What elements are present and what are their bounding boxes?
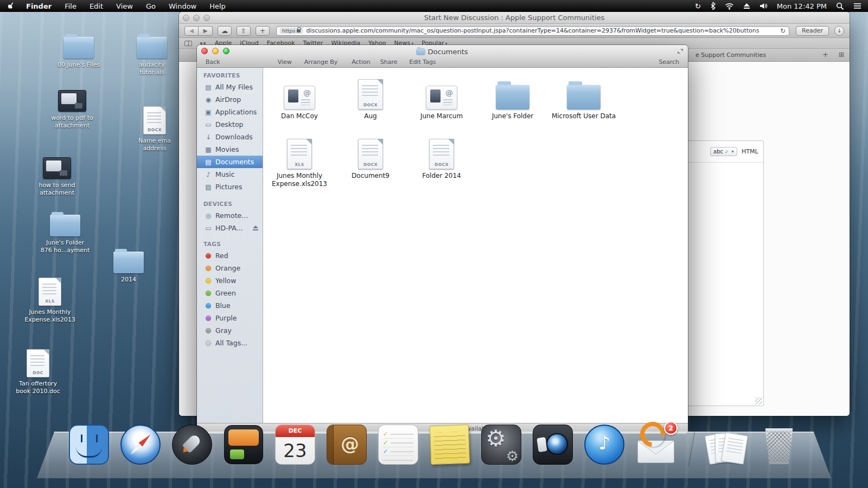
menu-go[interactable]: Go (146, 2, 156, 10)
tab-overview-icon[interactable]: ⊞ (839, 51, 844, 59)
new-tab-button[interactable]: + (256, 26, 270, 36)
desktop-icon-junes-folder-876[interactable]: June's Folder876 ho...ayment (39, 208, 91, 254)
reader-button[interactable]: Reader (796, 26, 829, 36)
file-junes-monthly-expense[interactable]: XLS Junes MonthlyExpense.xls2013 (267, 136, 332, 188)
finder-titlebar[interactable]: Documents Back View Arrange By Action Sh… (197, 45, 688, 68)
sidebar-item-hd-pa[interactable]: ▭HD-PA... (197, 222, 263, 234)
menu-help[interactable]: Help (209, 2, 226, 10)
sidebar-tag-blue[interactable]: Blue (197, 299, 263, 312)
menu-clock[interactable]: Mon 12:42 PM (777, 2, 827, 10)
file-document9[interactable]: DOCX Document9 (338, 136, 403, 180)
edit-tags-button[interactable]: Edit Tags (409, 59, 436, 66)
sidebar-item-movies[interactable]: ▦Movies (197, 143, 263, 156)
sidebar-item-applications[interactable]: ▣Applications (197, 106, 263, 118)
dock-system-preferences-icon[interactable]: ⚙⚙ (480, 423, 523, 466)
finder-window[interactable]: Documents Back View Arrange By Action Sh… (197, 45, 688, 434)
desktop-icon-00-junes-files[interactable]: 00 June's Files (53, 30, 105, 69)
sidebar-tag-orange[interactable]: Orange (197, 262, 263, 274)
dock-safari-icon[interactable] (119, 423, 162, 466)
spotlight-search-icon[interactable] (836, 2, 844, 10)
file-aug[interactable]: DOCX Aug (338, 76, 403, 120)
desktop-icon-junes-monthly-expense[interactable]: XLS Junes MonthlyExpense.xls2013 (24, 278, 76, 324)
icloud-tabs-button[interactable]: ☁ (218, 26, 232, 36)
dock-trash-icon[interactable] (757, 423, 801, 466)
volume-icon[interactable] (760, 3, 768, 9)
address-bar[interactable]: https discussions.apple.com/community/ma… (276, 26, 789, 36)
dock-mail-icon[interactable]: 2 (634, 423, 678, 466)
apple-menu-icon[interactable] (8, 2, 15, 10)
dock-finder-icon[interactable] (67, 423, 111, 466)
dock-stickies-icon[interactable] (428, 423, 471, 466)
sidebar-item-pictures[interactable]: ▨Pictures (197, 181, 263, 193)
dock-itunes-icon[interactable]: ♪ (583, 423, 626, 466)
dock-reminders-icon[interactable]: ✓ ✓ ✓ (376, 423, 420, 466)
close-button[interactable] (183, 15, 189, 21)
sidebar-item-remote-disc[interactable]: ◎Remote... (197, 209, 263, 222)
minimize-button[interactable] (193, 15, 200, 21)
menu-app-finder[interactable]: Finder (26, 2, 52, 10)
sidebar-all-tags[interactable]: All Tags... (197, 337, 263, 349)
sidebar-tag-green[interactable]: Green (197, 287, 263, 299)
dock-media-app-icon[interactable] (222, 423, 265, 466)
resize-grip[interactable] (755, 397, 762, 404)
desktop-icon-tan-offertory-book[interactable]: DOC Tan offertorybook 2010.doc (12, 349, 64, 395)
sidebar-item-airdrop[interactable]: ◉AirDrop (197, 93, 263, 106)
zoom-button[interactable] (203, 15, 210, 21)
reload-icon[interactable]: ↻ (780, 27, 786, 35)
view-button[interactable]: View (278, 59, 292, 66)
top-sites-icon[interactable] (200, 42, 202, 44)
file-microsoft-user-data[interactable]: Microsoft User Data (551, 76, 616, 120)
desktop-icon-name-email-address[interactable]: DOCX Name emaaddress (129, 106, 181, 152)
menu-edit[interactable]: Edit (90, 2, 103, 10)
desktop-icon-2014[interactable]: 2014 (103, 245, 155, 284)
desktop-icon-audacity-tutorials[interactable]: audacitytutorials (126, 30, 178, 76)
menu-file[interactable]: File (65, 2, 76, 10)
sidebar-item-documents[interactable]: ▤Documents (197, 156, 263, 168)
back-button[interactable]: Back (206, 59, 220, 66)
dock-calendar-icon[interactable]: DEC 23 (273, 423, 317, 466)
dock-documents-stack-icon[interactable] (706, 423, 749, 466)
spellcheck-button[interactable]: abc ✓ ▾ (710, 147, 737, 156)
menu-window[interactable]: Window (169, 2, 196, 10)
back-button[interactable]: ◀ (184, 26, 199, 36)
eject-icon[interactable] (743, 3, 750, 9)
sidebar-tag-gray[interactable]: Gray (197, 324, 263, 337)
file-junes-folder[interactable]: June's Folder (480, 76, 545, 120)
sidebar-tag-red[interactable]: Red (197, 249, 263, 262)
forward-button[interactable]: ▶ (199, 26, 213, 36)
eject-icon[interactable] (253, 226, 258, 228)
desktop-icon-how-to-send-attachment[interactable]: how to sendattachment (31, 151, 83, 197)
desktop-icon-word-to-pdf[interactable]: word to pdf toattachment (46, 84, 98, 130)
tab-title[interactable]: e Support Communities (695, 52, 766, 59)
action-button[interactable]: Action (352, 59, 370, 66)
fullscreen-icon[interactable] (678, 49, 683, 54)
file-dan-mccoy[interactable]: @ Dan McCoy (267, 76, 332, 120)
bluetooth-icon[interactable] (710, 2, 716, 10)
sidebar-item-all-my-files[interactable]: ▤All My Files (197, 81, 263, 93)
file-folder-2014[interactable]: DOCX Folder 2014 (409, 136, 474, 180)
html-mode-label[interactable]: HTML (742, 148, 758, 155)
finder-file-grid[interactable]: @ Dan McCoy DOCX Aug @ June Marcum June'… (263, 68, 688, 423)
sidebar-tag-yellow[interactable]: Yellow (197, 274, 263, 287)
sidebar-item-downloads[interactable]: ↓Downloads (197, 131, 263, 143)
share-button[interactable]: Share (380, 59, 398, 66)
safari-traffic-lights[interactable] (183, 15, 210, 21)
add-tab-icon[interactable]: + (822, 50, 828, 59)
notification-center-icon[interactable] (853, 3, 861, 9)
safari-titlebar[interactable]: Start New Discussion : Apple Support Com… (179, 12, 850, 24)
dock-launchpad-icon[interactable] (170, 423, 214, 466)
bookmarks-sidebar-icon[interactable] (184, 41, 192, 46)
wifi-icon[interactable] (725, 3, 734, 10)
downloads-button[interactable]: ↓ (834, 26, 844, 36)
dock-photo-booth-icon[interactable] (531, 423, 575, 466)
dock-contacts-icon[interactable]: @ (325, 423, 368, 466)
sidebar-tag-purple[interactable]: Purple (197, 312, 263, 324)
search-field[interactable]: Search (659, 59, 679, 66)
share-button[interactable]: ⇧ (237, 26, 251, 36)
menu-view[interactable]: View (116, 2, 133, 10)
file-june-marcum[interactable]: @ June Marcum (409, 76, 474, 120)
sidebar-item-music[interactable]: ♪Music (197, 168, 263, 181)
sync-icon[interactable]: ↻ (695, 2, 701, 10)
sidebar-item-desktop[interactable]: ▭Desktop (197, 118, 263, 131)
arrange-by-button[interactable]: Arrange By (304, 59, 337, 66)
